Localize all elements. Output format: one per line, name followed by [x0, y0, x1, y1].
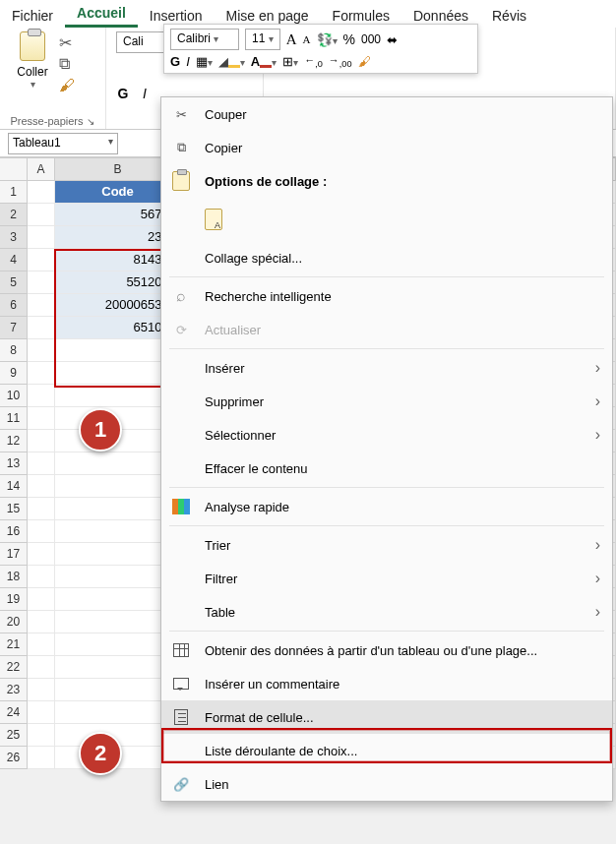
cut-button[interactable]: [59, 33, 77, 49]
col-header-A[interactable]: A: [28, 158, 55, 181]
cell[interactable]: [28, 430, 55, 452]
increase-decimal[interactable]: ←,0: [304, 54, 323, 69]
row-header[interactable]: 10: [0, 385, 28, 407]
row-header[interactable]: 16: [0, 520, 28, 543]
tab-review[interactable]: Révis: [480, 4, 538, 28]
row-header[interactable]: 17: [0, 543, 28, 566]
cell[interactable]: [28, 679, 55, 701]
mt-fill-color[interactable]: ◢▾: [218, 54, 245, 69]
cell[interactable]: [28, 543, 55, 566]
row-header[interactable]: 21: [0, 633, 28, 656]
ctx-smart-lookup[interactable]: Recherche intelligente: [161, 279, 612, 313]
ctx-link[interactable]: Lien: [161, 767, 612, 801]
cell[interactable]: [28, 362, 55, 385]
cell[interactable]: [28, 656, 55, 679]
cell[interactable]: [28, 294, 55, 317]
decrease-font-icon[interactable]: A: [303, 33, 311, 45]
ctx-paste-option-values[interactable]: [161, 198, 612, 241]
format-painter-button[interactable]: 🖌: [59, 77, 77, 92]
row-header[interactable]: 2: [0, 204, 28, 226]
row-header[interactable]: 14: [0, 475, 28, 498]
row-header[interactable]: 12: [0, 430, 28, 452]
cell[interactable]: [28, 588, 55, 611]
decrease-decimal[interactable]: →,00: [329, 54, 352, 69]
row-header[interactable]: 15: [0, 498, 28, 520]
row-header[interactable]: 7: [0, 317, 28, 339]
row-header[interactable]: 4: [0, 249, 28, 271]
row-header[interactable]: 13: [0, 452, 28, 475]
cell[interactable]: [28, 724, 55, 747]
cell[interactable]: [28, 181, 55, 204]
cell[interactable]: [28, 339, 55, 362]
cell[interactable]: [28, 452, 55, 475]
mt-borders[interactable]: ▦▾: [196, 54, 213, 69]
ctx-select[interactable]: Sélectionner: [161, 418, 612, 452]
chevron-down-icon[interactable]: ▾: [108, 136, 113, 147]
ctx-clear-contents[interactable]: Effacer le contenu: [161, 452, 612, 485]
ctx-insert[interactable]: Insérer: [161, 351, 612, 385]
cell[interactable]: [28, 633, 55, 656]
ctx-cut[interactable]: Couper: [161, 97, 612, 131]
cell[interactable]: [28, 520, 55, 543]
cell[interactable]: [28, 226, 55, 249]
row-header[interactable]: 23: [0, 679, 28, 701]
comma-button[interactable]: 000: [361, 32, 381, 46]
row-header[interactable]: 5: [0, 271, 28, 294]
row-header[interactable]: 9: [0, 362, 28, 385]
ctx-insert-comment[interactable]: Insérer un commentaire: [161, 667, 612, 700]
mt-format-painter[interactable]: 🖌: [358, 54, 371, 69]
copy-button[interactable]: [59, 55, 77, 71]
cell[interactable]: [28, 747, 55, 769]
row-header[interactable]: 8: [0, 339, 28, 362]
ctx-get-data[interactable]: Obtenir des données à partir d'un tablea…: [161, 633, 612, 667]
cell[interactable]: [28, 249, 55, 271]
font-name-select[interactable]: Cali: [116, 31, 165, 53]
paste-button[interactable]: Coller ▾: [10, 31, 55, 90]
tab-home[interactable]: Accueil: [65, 1, 138, 28]
accounting-format-button[interactable]: 💱▾: [317, 32, 338, 47]
mt-font-color[interactable]: A▾: [251, 54, 277, 69]
row-header[interactable]: 19: [0, 588, 28, 611]
cell[interactable]: [28, 475, 55, 498]
ctx-sort[interactable]: Trier: [161, 528, 612, 562]
row-header[interactable]: 24: [0, 701, 28, 724]
cell[interactable]: [28, 271, 55, 294]
cell[interactable]: [28, 407, 55, 430]
row-header[interactable]: 1: [0, 181, 28, 204]
bold-button[interactable]: G: [116, 86, 130, 101]
cell[interactable]: [28, 385, 55, 407]
cell[interactable]: [28, 701, 55, 724]
mt-bold[interactable]: G: [170, 54, 180, 69]
name-box[interactable]: Tableau1▾: [8, 133, 118, 154]
ctx-copy[interactable]: Copier: [161, 131, 612, 164]
row-header[interactable]: 18: [0, 566, 28, 588]
select-all-corner[interactable]: [0, 158, 28, 181]
row-header[interactable]: 25: [0, 724, 28, 747]
ctx-delete[interactable]: Supprimer: [161, 385, 612, 418]
increase-font-icon[interactable]: A: [286, 31, 297, 48]
percent-button[interactable]: %: [343, 31, 355, 47]
cell[interactable]: [28, 566, 55, 588]
cell[interactable]: [28, 611, 55, 633]
mt-font-name[interactable]: Calibri ▾: [170, 29, 239, 50]
row-header[interactable]: 6: [0, 294, 28, 317]
mt-border2[interactable]: ⊞▾: [282, 54, 298, 69]
row-header[interactable]: 3: [0, 226, 28, 249]
ctx-filter[interactable]: Filtrer: [161, 562, 612, 595]
ctx-quick-analysis[interactable]: Analyse rapide: [161, 490, 612, 523]
ctx-table[interactable]: Table: [161, 595, 612, 629]
ctx-paste-special[interactable]: Collage spécial...: [161, 241, 612, 274]
tab-file[interactable]: Fichier: [0, 4, 65, 28]
cell[interactable]: [28, 204, 55, 226]
mt-italic[interactable]: I: [186, 54, 190, 69]
cell[interactable]: [28, 317, 55, 339]
mt-font-size[interactable]: 11 ▾: [245, 29, 280, 50]
italic-button[interactable]: I: [138, 86, 152, 101]
ctx-dropdown-list[interactable]: Liste déroulante de choix...: [161, 734, 612, 767]
row-header[interactable]: 26: [0, 747, 28, 769]
ctx-format-cells[interactable]: Format de cellule...: [161, 700, 612, 734]
cell[interactable]: [28, 498, 55, 520]
row-header[interactable]: 11: [0, 407, 28, 430]
merge-button[interactable]: ⬌: [387, 32, 398, 47]
row-header[interactable]: 22: [0, 656, 28, 679]
